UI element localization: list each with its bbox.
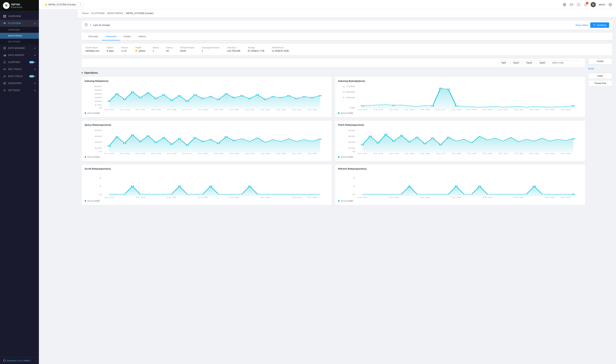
tab-nodes[interactable]: Nodes (120, 33, 134, 40)
svg-point-165 (432, 138, 434, 139)
language-icon[interactable] (608, 3, 612, 7)
svg-point-157 (369, 136, 371, 137)
svg-point-85 (361, 105, 364, 106)
sidebar-item-data-manage[interactable]: DATA MANAGE ▼ (0, 45, 39, 52)
tab-indices[interactable]: Indices (134, 33, 149, 40)
scroll-rate-svg: 1 1 0 21:22 21:24 (85, 172, 329, 198)
svg-text:21:35: 21:35 (561, 153, 570, 155)
sidebar-item-monitoring[interactable]: MONITORING (0, 33, 39, 39)
sidebar-item-platform[interactable]: PLATFORM ▲ (0, 20, 39, 27)
svg-text:21:33: 21:33 (529, 109, 539, 111)
operations-section-label: Operations (84, 71, 98, 74)
chart-indexing-rate-title: Indexing Rate(doc/s) (85, 80, 329, 82)
mail-icon[interactable] (570, 3, 574, 7)
svg-text:21:23: 21:23 (373, 153, 383, 155)
cluster-info-bar: Cluster Name infinilabs-ezs Uptime 8 day… (81, 43, 612, 55)
svg-point-4 (4, 47, 6, 48)
svg-point-58 (295, 98, 298, 99)
top15-button[interactable]: Top15 (524, 60, 535, 65)
charts-area: Top5 Top10 Top15 Top20 ▾ Operations Inde… (81, 58, 585, 205)
sidebar-item-data-insight[interactable]: DATA INSIGHT ▼ (0, 52, 39, 59)
breadcrumb-home[interactable]: Home (82, 12, 89, 15)
svg-text:21:31: 21:31 (498, 109, 508, 111)
notification-icon[interactable]: 2 (584, 3, 588, 7)
operations-toggle-icon[interactable]: ▾ (81, 71, 83, 74)
query-rate-svg: 400 300 200 100 0 (85, 129, 329, 155)
svg-point-125 (186, 145, 188, 146)
updating-button[interactable]: Updating (590, 22, 609, 28)
tab-advanced[interactable]: Advanced (102, 33, 120, 40)
cluster-panel-button[interactable]: Cluster (588, 58, 612, 64)
chart-indexing-bytes-area: 5.7MB 3.8MB 1.9MB 0B (338, 85, 582, 111)
time-range-text: Last 15 minutes (93, 24, 110, 26)
info-storage-label: Storage (248, 46, 264, 49)
help-icon[interactable]: ? (577, 3, 581, 7)
inventory-arrow-icon: ▼ (34, 82, 36, 84)
svg-point-49 (225, 93, 227, 94)
breadcrumb-monitoring[interactable]: MONITORING (107, 12, 123, 15)
svg-point-120 (147, 136, 149, 136)
svg-text:21:27: 21:27 (436, 109, 446, 111)
svg-text:0: 0 (99, 151, 102, 153)
data-insight-arrow-icon: ▼ (34, 54, 36, 56)
top20-button[interactable]: Top20 (536, 60, 548, 65)
sidebar-item-platform-overview[interactable]: OVERVIEW (0, 27, 39, 33)
chart-indexing-rate-legend: 10.0.0.3:9300 (85, 112, 329, 114)
info-total-docs-value: 116,759,408 (227, 50, 240, 52)
sidebar-item-dev-tools[interactable]: DEV TOOLS ▼ (0, 66, 39, 73)
select-node-input[interactable] (550, 60, 582, 65)
chart-query-rate-legend: 10.0.0.3:9300 (85, 156, 329, 158)
svg-text:21:22: 21:22 (357, 197, 367, 198)
svg-point-207 (408, 186, 410, 187)
thread-pool-panel-button[interactable]: Thread Pool (588, 80, 612, 86)
chart-scroll-rate: Scroll Rate(requests/s) 1 1 0 (81, 164, 332, 205)
sidebar-item-settings[interactable]: SETTINGS ▼ (0, 87, 39, 94)
time-dropdown-icon[interactable]: ▾ (90, 24, 91, 26)
svg-point-88 (439, 88, 442, 89)
chart-fetch-rate-legend: 10.0.0.3:9300 (338, 156, 582, 158)
topbar: INFINI_SYSTEM (Center) ▾ ? (39, 0, 616, 9)
svg-point-55 (272, 96, 274, 97)
svg-text:21:24: 21:24 (389, 109, 399, 111)
top5-button[interactable]: Top5 (498, 60, 509, 65)
svg-text:21:30: 21:30 (483, 153, 492, 155)
top10-button[interactable]: Top10 (510, 60, 522, 65)
svg-rect-6 (4, 55, 5, 56)
svg-text:21:25: 21:25 (404, 109, 414, 111)
show-dates-link[interactable]: Show dates (576, 24, 588, 26)
translate-icon[interactable] (563, 3, 566, 7)
svg-point-9 (4, 90, 5, 91)
svg-text:1: 1 (353, 185, 355, 187)
index-panel-button[interactable]: Index (588, 73, 612, 79)
cluster-name: INFINI_SYSTEM (Center) (48, 3, 78, 6)
sidebar-item-inventory[interactable]: INVENTORY ▼ (0, 80, 39, 87)
svg-text:21:30: 21:30 (229, 109, 239, 111)
breadcrumb-platform[interactable]: PLATFORM (92, 12, 105, 15)
svg-text:21:27: 21:27 (182, 109, 192, 111)
svg-text:21:26: 21:26 (167, 197, 176, 198)
svg-text:21:26: 21:26 (420, 153, 430, 155)
svg-text:500: 500 (94, 89, 102, 91)
svg-point-37 (131, 92, 134, 92)
svg-text:21:22: 21:22 (357, 109, 367, 111)
svg-point-91 (572, 105, 575, 106)
settings-arrow-icon: ▼ (34, 90, 36, 91)
svg-text:21:26: 21:26 (167, 109, 176, 111)
svg-text:21:28: 21:28 (451, 197, 461, 198)
sidebar-item-data-tools[interactable]: DATA TOOLS Pro ▼ (0, 73, 39, 80)
sidebar-item-activities[interactable]: ACTIVITIES (0, 39, 39, 45)
svg-text:21:31: 21:31 (245, 109, 255, 111)
notification-badge: 2 (586, 2, 589, 4)
svg-rect-2 (3, 16, 4, 18)
cluster-selector[interactable]: INFINI_SYSTEM (Center) ▾ (43, 2, 83, 7)
svg-text:21:24: 21:24 (135, 197, 145, 198)
svg-text:21:28: 21:28 (198, 153, 208, 155)
sidebar-item-alerting[interactable]: ALERTING Pro ▼ (0, 59, 39, 66)
tab-overview[interactable]: Overview (84, 33, 102, 40)
sidebar-footer[interactable]: Enterprise (1.5.0_SNAPS... › (0, 357, 39, 364)
info-pri-shards: Pri/Total Shards 44/44 (180, 46, 195, 52)
info-jvm-memory-value: 11.6GB/31.0GB (272, 50, 289, 52)
svg-text:1: 1 (99, 185, 102, 187)
sidebar-item-overview[interactable]: OVERVIEW (0, 13, 39, 20)
node-panel-button[interactable]: Node (588, 66, 612, 71)
